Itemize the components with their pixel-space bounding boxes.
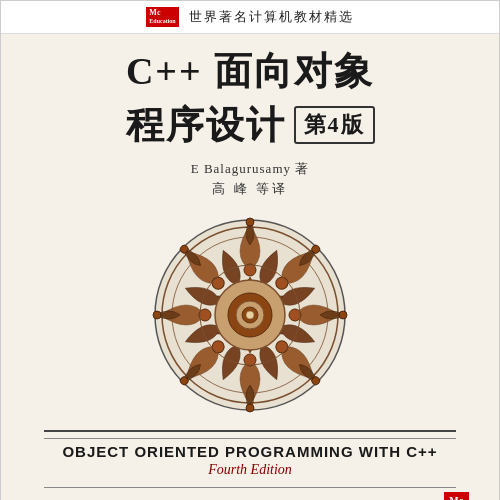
mcgraw-logo-text: Mc (149, 8, 160, 17)
mcgraw-logo-bottom: Mc Graw Hill (444, 492, 469, 500)
svg-point-5 (244, 354, 256, 366)
svg-point-1 (244, 264, 256, 276)
title-main: 程序设计 (126, 100, 286, 151)
edition-text: 第4版 (304, 110, 365, 140)
title-line1: C++ 面向对象 (126, 49, 374, 95)
author-zh: 高 峰 等译 (191, 179, 310, 200)
svg-point-3 (289, 309, 301, 321)
svg-point-23 (153, 311, 161, 319)
title-line2: 程序设计 第4版 (126, 100, 375, 151)
svg-point-16 (246, 311, 254, 319)
subtitle-en: OBJECT ORIENTED PROGRAMMING WITH C++ (62, 443, 437, 460)
svg-point-17 (246, 218, 254, 226)
author-en: E Balagurusamy 著 (191, 159, 310, 180)
main-content: C++ 面向对象 程序设计 第4版 E Balagurusamy 著 高 峰 等… (1, 34, 499, 420)
deco-line-top (44, 430, 456, 432)
top-banner: Mc Education 世界著名计算机教材精选 (1, 1, 499, 34)
series-text: 世界著名计算机教材精选 (189, 8, 354, 26)
svg-point-19 (339, 311, 347, 319)
mcgraw-bottom-mc: Mc (449, 495, 464, 500)
svg-point-21 (246, 404, 254, 412)
title-edition: 第4版 (294, 106, 375, 144)
author-info: E Balagurusamy 著 高 峰 等译 (191, 159, 310, 201)
deco-line-mid (44, 438, 456, 439)
mcgraw-box: Mc Education (146, 7, 178, 27)
svg-point-7 (199, 309, 211, 321)
ornament-container (150, 215, 350, 415)
publisher-row: 清华大学出版社 Mc Graw Hill (21, 492, 479, 500)
mcgraw-logo-sub: Education (149, 18, 175, 24)
mcgraw-logo: Mc Education (146, 7, 178, 27)
bottom-section: OBJECT ORIENTED PROGRAMMING WITH C++ Fou… (1, 420, 499, 500)
edition-en: Fourth Edition (208, 462, 292, 478)
deco-line-bottom (44, 487, 456, 488)
mandala-svg (150, 215, 350, 415)
book-cover: Mc Education 世界著名计算机教材精选 C++ 面向对象 程序设计 第… (0, 0, 500, 500)
